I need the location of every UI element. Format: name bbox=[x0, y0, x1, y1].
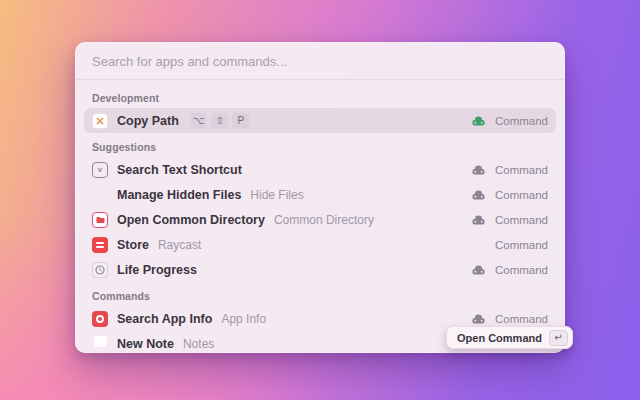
return-key-icon: ↵ bbox=[549, 330, 568, 346]
directory-icon bbox=[92, 212, 108, 228]
p-key: P bbox=[232, 113, 249, 128]
item-type-label: Command bbox=[495, 189, 548, 201]
open-command-hint[interactable]: Open Command ↵ bbox=[446, 326, 573, 349]
clock-icon bbox=[92, 262, 108, 278]
list-item-open-common-directory[interactable]: Open Common Directory Common Directory C… bbox=[84, 207, 556, 232]
item-type-label: Command bbox=[495, 164, 548, 176]
hidden-files-icon bbox=[92, 187, 108, 203]
item-subtitle: Raycast bbox=[158, 238, 201, 252]
list-item-copy-path[interactable]: Copy Path ⌥ ⇧ P Command bbox=[84, 108, 556, 133]
list-item-life-progress[interactable]: Life Progress Command bbox=[84, 257, 556, 282]
desktop-background: Development Copy Path ⌥ ⇧ P bbox=[0, 0, 640, 400]
item-subtitle: Common Directory bbox=[274, 213, 374, 227]
item-type-label: Command bbox=[495, 214, 548, 226]
list-item-store[interactable]: Store Raycast Command bbox=[84, 232, 556, 257]
launcher-window: Development Copy Path ⌥ ⇧ P bbox=[75, 42, 565, 353]
extension-car-icon bbox=[471, 213, 486, 226]
item-subtitle: Notes bbox=[183, 337, 214, 351]
list-item-search-text-shortcut[interactable]: v Search Text Shortcut Command bbox=[84, 157, 556, 182]
item-type-label: Command bbox=[495, 264, 548, 276]
shortcut-keys: ⌥ ⇧ P bbox=[190, 113, 250, 128]
extension-car-icon bbox=[471, 163, 486, 176]
extension-car-icon bbox=[471, 188, 486, 201]
item-type-label: Command bbox=[495, 115, 548, 127]
app-info-icon bbox=[92, 311, 108, 327]
item-title: Search App Info bbox=[117, 312, 212, 326]
results-list: Development Copy Path ⌥ ⇧ P bbox=[76, 93, 564, 353]
extension-car-icon bbox=[471, 263, 486, 276]
item-title: Manage Hidden Files bbox=[117, 188, 241, 202]
section-header-suggestions: Suggestions bbox=[92, 142, 556, 153]
note-icon bbox=[92, 336, 108, 352]
item-title: Store bbox=[117, 238, 149, 252]
copy-path-icon bbox=[92, 113, 108, 129]
open-command-label: Open Command bbox=[457, 332, 542, 344]
item-title: Search Text Shortcut bbox=[117, 163, 242, 177]
item-subtitle: App Info bbox=[221, 312, 266, 326]
text-shortcut-icon: v bbox=[92, 162, 108, 178]
item-title: Copy Path bbox=[117, 114, 179, 128]
item-subtitle: Hide Files bbox=[250, 188, 303, 202]
search-bar bbox=[76, 43, 564, 80]
extension-car-icon bbox=[471, 312, 486, 325]
search-input[interactable] bbox=[92, 54, 548, 69]
shift-key: ⇧ bbox=[211, 113, 228, 128]
section-header-commands: Commands bbox=[92, 291, 556, 302]
item-title: Life Progress bbox=[117, 263, 197, 277]
extension-car-icon bbox=[471, 114, 486, 127]
item-type-label: Command bbox=[495, 239, 548, 251]
list-item-manage-hidden-files[interactable]: Manage Hidden Files Hide Files Command bbox=[84, 182, 556, 207]
item-title: Open Common Directory bbox=[117, 213, 265, 227]
item-title: New Note bbox=[117, 337, 174, 351]
section-header-development: Development bbox=[92, 93, 556, 104]
option-key: ⌥ bbox=[190, 113, 208, 128]
store-icon bbox=[92, 237, 108, 253]
item-type-label: Command bbox=[495, 313, 548, 325]
